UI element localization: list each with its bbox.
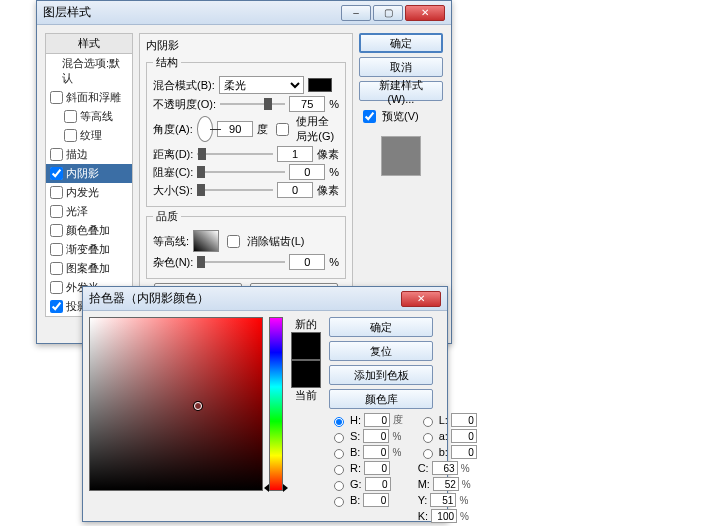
bv-input[interactable] [363,445,389,459]
texture-checkbox[interactable] [64,129,77,142]
c-input[interactable] [432,461,458,475]
b-input[interactable] [451,445,477,459]
h-input[interactable] [364,413,390,427]
y-input[interactable] [430,493,456,507]
a-radio[interactable] [423,433,433,443]
color-overlay-checkbox[interactable] [50,224,63,237]
g-radio[interactable] [334,481,344,491]
size-input[interactable] [277,182,313,198]
cp-title: 拾色器（内阴影颜色） [89,290,399,307]
blend-mode-label: 混合模式(B): [153,78,215,93]
sidebar-item-inner-shadow[interactable]: 内阴影 [46,164,132,183]
sidebar-item-bevel[interactable]: 斜面和浮雕 [46,88,132,107]
shadow-color-swatch[interactable] [308,78,332,92]
sidebar-item-texture[interactable]: 纹理 [46,126,132,145]
ok-button[interactable]: 确定 [359,33,443,53]
r-input[interactable] [364,461,390,475]
hue-slider[interactable] [269,317,283,491]
r-radio[interactable] [334,465,344,475]
sidebar-item-gradient-overlay[interactable]: 渐变叠加 [46,240,132,259]
pattern-overlay-checkbox[interactable] [50,262,63,275]
close-button[interactable]: ✕ [405,5,445,21]
minimize-button[interactable]: – [341,5,371,21]
m-input[interactable] [433,477,459,491]
size-label: 大小(S): [153,183,193,198]
inner-shadow-checkbox[interactable] [50,167,63,180]
l-input[interactable] [451,413,477,427]
distance-label: 距离(D): [153,147,193,162]
hue-arrow-left-icon [264,484,269,492]
new-style-button[interactable]: 新建样式(W)... [359,81,443,101]
noise-label: 杂色(N): [153,255,193,270]
outer-glow-checkbox[interactable] [50,281,63,294]
distance-input[interactable] [277,146,313,162]
gradient-overlay-checkbox[interactable] [50,243,63,256]
bevel-checkbox[interactable] [50,91,63,104]
choke-slider[interactable] [197,171,285,173]
noise-slider[interactable] [197,261,285,263]
s-radio[interactable] [334,433,344,443]
h-radio[interactable] [334,417,344,427]
satin-checkbox[interactable] [50,205,63,218]
g-input[interactable] [365,477,391,491]
cp-reset-button[interactable]: 复位 [329,341,433,361]
titlebar[interactable]: 图层样式 – ▢ ✕ [37,1,451,25]
b-radio[interactable] [423,449,433,459]
cancel-button[interactable]: 取消 [359,57,443,77]
current-color-swatch[interactable] [291,360,321,388]
s-input[interactable] [363,429,389,443]
sidebar-item-satin[interactable]: 光泽 [46,202,132,221]
color-cursor-icon [194,402,202,410]
panel-title: 内阴影 [146,38,346,53]
cp-ok-button[interactable]: 确定 [329,317,433,337]
sidebar-item-contour[interactable]: 等高线 [46,107,132,126]
choke-input[interactable] [289,164,325,180]
stroke-checkbox[interactable] [50,148,63,161]
choke-label: 阻塞(C): [153,165,193,180]
cp-library-button[interactable]: 颜色库 [329,389,433,409]
angle-input[interactable] [217,121,253,137]
cp-close-button[interactable]: ✕ [401,291,441,307]
maximize-button[interactable]: ▢ [373,5,403,21]
color-field[interactable] [89,317,263,491]
angle-unit: 度 [257,122,268,137]
bc-input[interactable] [363,493,389,507]
a-input[interactable] [451,429,477,443]
sidebar-header: 样式 [46,34,132,54]
structure-legend: 结构 [153,55,181,70]
sidebar-item-color-overlay[interactable]: 颜色叠加 [46,221,132,240]
contour-label: 等高线: [153,234,189,249]
bv-radio[interactable] [334,449,344,459]
sidebar-item-inner-glow[interactable]: 内发光 [46,183,132,202]
color-picker-window: 拾色器（内阴影颜色） ✕ 新的 当前 确定 复位 添加到色板 颜色库 [82,286,448,522]
k-input[interactable] [431,509,457,523]
cp-add-swatch-button[interactable]: 添加到色板 [329,365,433,385]
right-button-column: 确定 取消 新建样式(W)... 预览(V) [359,33,443,317]
opacity-slider[interactable] [220,103,285,105]
contour-swatch[interactable] [193,230,219,252]
cp-titlebar[interactable]: 拾色器（内阴影颜色） ✕ [83,287,447,311]
size-slider[interactable] [197,189,273,191]
blend-mode-select[interactable]: 柔光 [219,76,304,94]
sidebar-item-pattern-overlay[interactable]: 图案叠加 [46,259,132,278]
choke-unit: % [329,166,339,178]
angle-dial[interactable] [197,116,213,142]
l-radio[interactable] [423,417,433,427]
swatch-column: 新的 当前 [289,317,323,523]
drop-shadow-checkbox[interactable] [50,300,63,313]
preview-checkbox[interactable] [363,110,376,123]
noise-input[interactable] [289,254,325,270]
antialias-label: 消除锯齿(L) [247,234,304,249]
distance-slider[interactable] [197,153,273,155]
opacity-input[interactable] [289,96,325,112]
sidebar-item-stroke[interactable]: 描边 [46,145,132,164]
current-label: 当前 [295,388,317,403]
antialias-checkbox[interactable] [227,235,240,248]
sidebar-item-blending-options[interactable]: 混合选项:默认 [46,54,132,88]
bc-radio[interactable] [334,497,344,507]
inner-glow-checkbox[interactable] [50,186,63,199]
contour-checkbox[interactable] [64,110,77,123]
new-color-swatch[interactable] [291,332,321,360]
preview-toggle[interactable]: 预览(V) [359,107,443,126]
global-light-checkbox[interactable] [276,123,289,136]
